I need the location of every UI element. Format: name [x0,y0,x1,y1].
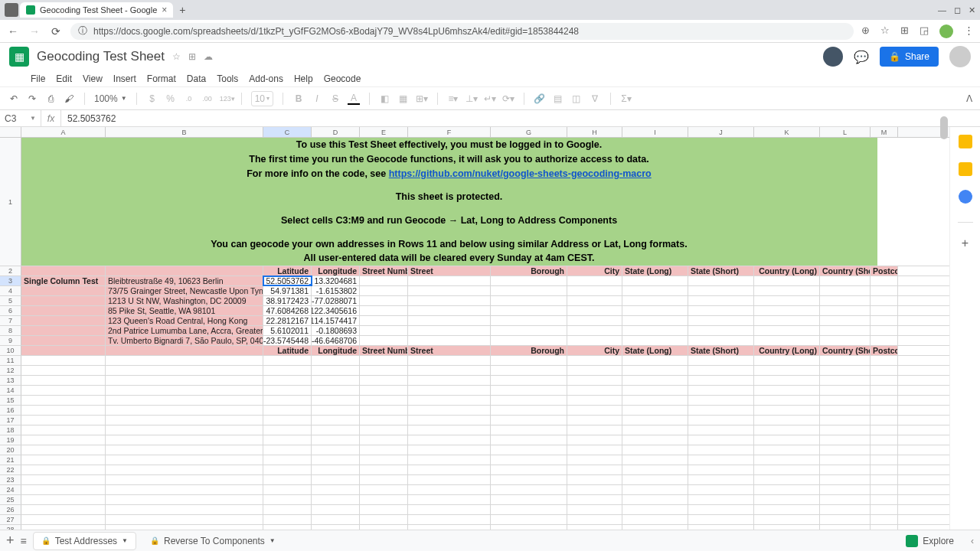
cell[interactable]: 85 Pike St, Seattle, WA 98101 [106,306,263,315]
cell[interactable] [312,515,360,524]
cell[interactable] [622,386,688,395]
cell[interactable]: Postcode [871,346,898,355]
cell[interactable] [106,475,263,484]
cell[interactable]: -23.5745448 [263,336,312,345]
vertical-scrollbar[interactable] [940,116,948,139]
paint-format-icon[interactable]: 🖌 [63,93,75,104]
cell[interactable] [408,366,491,375]
cell[interactable]: Bleibtreustraße 49, 10623 Berlin [106,276,263,285]
cell[interactable] [263,505,312,514]
cell[interactable] [21,505,106,514]
cell[interactable]: 2nd Patrice Lumumba Lane, Accra, Greater… [106,326,263,335]
row-header[interactable]: 26 [0,505,21,514]
cell[interactable] [491,435,567,445]
cell[interactable]: State (Long) [622,346,688,355]
cell[interactable] [688,386,754,395]
cell[interactable] [820,455,871,465]
cell[interactable] [263,465,312,474]
redo-icon[interactable]: ↷ [26,93,38,104]
cell[interactable] [754,326,820,335]
cell[interactable] [820,286,871,295]
cell[interactable] [871,406,898,415]
cell[interactable] [622,366,688,375]
cell[interactable] [820,296,871,305]
cell[interactable] [567,416,622,425]
cell[interactable]: Postcode [871,266,898,276]
cell[interactable] [21,316,106,325]
cell[interactable] [622,416,688,425]
add-sheet-button[interactable]: + [6,533,15,549]
cell[interactable] [820,505,871,514]
back-icon[interactable]: ← [6,25,20,37]
cell[interactable] [312,396,360,405]
new-tab-button[interactable]: + [175,2,190,18]
cell[interactable] [360,485,408,494]
cell[interactable] [106,416,263,425]
col-header[interactable]: B [106,127,263,137]
cell[interactable] [688,475,754,484]
cell[interactable] [263,396,312,405]
menu-insert[interactable]: Insert [113,73,136,84]
menu-format[interactable]: Format [147,73,176,84]
strikethrough-icon[interactable]: S [329,93,341,104]
cell[interactable] [567,495,622,504]
cell[interactable] [491,396,567,405]
cell[interactable] [754,515,820,524]
row-header[interactable]: 7 [0,316,21,325]
cell[interactable] [754,306,820,315]
cell[interactable] [106,346,263,355]
rotate-icon[interactable]: ⟳▾ [502,93,514,104]
row-header[interactable]: 12 [0,366,21,375]
cell[interactable] [688,316,754,325]
cell[interactable] [312,425,360,435]
cell[interactable] [360,505,408,514]
cell[interactable] [491,465,567,474]
italic-icon[interactable]: I [311,93,323,104]
cell[interactable] [871,455,898,465]
cell[interactable] [408,465,491,474]
col-header[interactable]: I [622,127,688,137]
keep-icon[interactable] [959,162,972,176]
menu-view[interactable]: View [83,73,103,84]
cell[interactable] [408,416,491,425]
cell[interactable] [312,435,360,445]
cell[interactable] [21,286,106,295]
row-header[interactable]: 6 [0,306,21,315]
cell[interactable] [754,435,820,445]
cell[interactable] [754,356,820,365]
extensions-icon[interactable]: ⊞ [900,24,909,38]
row-header[interactable]: 13 [0,376,21,385]
filter-icon[interactable]: ∇ [589,93,601,104]
calendar-icon[interactable] [959,135,972,148]
cell[interactable] [754,505,820,514]
cell[interactable] [21,266,106,276]
cell[interactable] [871,515,898,524]
cell[interactable] [312,455,360,465]
cell[interactable] [622,326,688,335]
cell[interactable] [871,386,898,395]
cell[interactable] [360,425,408,435]
menu-addons[interactable]: Add-ons [249,73,283,84]
cell[interactable]: 5.6102011 [263,326,312,335]
cell[interactable] [871,296,898,305]
cell[interactable] [754,445,820,455]
cell[interactable]: Borough [491,346,567,355]
cell[interactable] [408,286,491,295]
forward-icon[interactable]: → [28,25,41,37]
comments-icon[interactable]: 💬 [854,50,869,64]
row-header[interactable]: 5 [0,296,21,305]
row-header[interactable]: 14 [0,386,21,395]
cell[interactable]: Latitude [263,266,312,276]
install-icon[interactable]: ⊕ [861,24,870,38]
cell[interactable] [106,455,263,465]
cell[interactable] [871,445,898,455]
cell[interactable] [21,296,106,305]
tasks-icon[interactable] [959,190,972,204]
cell[interactable] [360,416,408,425]
cell[interactable] [871,366,898,375]
cell[interactable] [688,406,754,415]
cell[interactable] [263,386,312,395]
select-all-corner[interactable] [0,127,21,137]
cell[interactable] [21,455,106,465]
cell[interactable] [622,286,688,295]
